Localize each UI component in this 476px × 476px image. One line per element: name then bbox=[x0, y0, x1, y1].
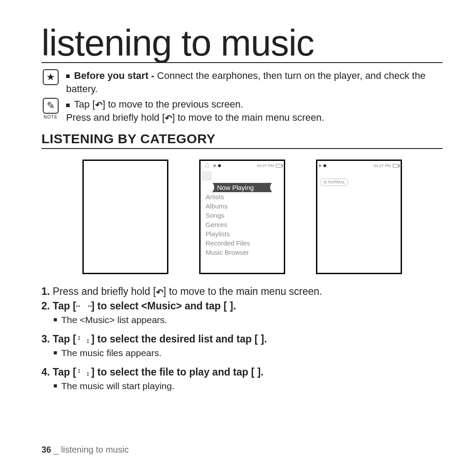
step-1: 1. Press and briefly hold [↶] to move to… bbox=[41, 286, 443, 298]
playback-mode-badge: NORMAL bbox=[320, 178, 349, 186]
menu-item-songs: Songs bbox=[203, 211, 281, 220]
music-menu-list: Now Playing Artists Albums Songs Genres … bbox=[201, 183, 284, 257]
device-screens-row: ♫ 04:27 PM Now Playing Artists Albums So… bbox=[41, 160, 443, 274]
menu-item-playlists: Playlists bbox=[203, 229, 281, 238]
play-icon bbox=[319, 164, 322, 167]
back-arrow-icon: ↶ bbox=[156, 287, 164, 298]
status-time: 04:27 PM bbox=[374, 164, 391, 168]
back-arrow-icon: ↶ bbox=[165, 112, 172, 124]
device-screen-main-menu bbox=[82, 160, 168, 274]
step-4-sub: The music will start playing. bbox=[54, 381, 443, 391]
back-arrow-icon: ↶ bbox=[95, 99, 103, 111]
left-right-icon bbox=[76, 303, 91, 309]
repeat-icon bbox=[323, 180, 327, 185]
music-note-icon: ♫ bbox=[202, 161, 212, 171]
battery-icon bbox=[393, 164, 399, 167]
menu-item-music-browser: Music Browser bbox=[203, 248, 281, 257]
menu-item-recorded-files: Recorded Files bbox=[203, 238, 281, 248]
pencil-icon: ✎ bbox=[43, 98, 59, 114]
before-you-start-text: Before you start - Connect the earphones… bbox=[66, 69, 443, 95]
section-heading: LISTENING BY CATEGORY bbox=[41, 131, 443, 149]
step-2: 2. Tap [] to select <Music> and tap [ ]. bbox=[41, 300, 443, 312]
battery-icon bbox=[276, 164, 282, 167]
star-icon: ★ bbox=[43, 69, 59, 85]
menu-item-albums: Albums bbox=[203, 201, 281, 211]
step-3: 3. Tap [] to select the desired list and… bbox=[41, 333, 443, 345]
note-label: NOTE bbox=[44, 115, 58, 119]
menu-item-artists: Artists bbox=[203, 192, 281, 201]
page-title: listening to music bbox=[41, 25, 443, 63]
status-dot-icon bbox=[218, 164, 221, 167]
up-down-icon bbox=[76, 369, 91, 376]
album-thumb bbox=[202, 171, 211, 180]
step-4: 4. Tap [] to select the file to play and… bbox=[41, 366, 443, 378]
intro-block: ★ Before you start - Connect the earphon… bbox=[41, 69, 443, 124]
instruction-steps: 1. Press and briefly hold [↶] to move to… bbox=[41, 286, 443, 391]
device-screen-now-playing: 04:27 PM NORMAL bbox=[316, 160, 402, 274]
device-screen-music-list: ♫ 04:27 PM Now Playing Artists Albums So… bbox=[199, 160, 285, 274]
menu-item-genres: Genres bbox=[203, 220, 281, 229]
status-time: 04:27 PM bbox=[257, 164, 274, 168]
step-3-sub: The music files appears. bbox=[54, 348, 443, 358]
step-2-sub: The <Music> list appears. bbox=[54, 315, 443, 325]
status-dot-icon bbox=[324, 164, 326, 167]
note-text: Tap [↶] to move to the previous screen. … bbox=[66, 98, 324, 124]
play-icon bbox=[214, 164, 216, 167]
menu-item-now-playing: Now Playing bbox=[203, 183, 281, 192]
page-footer: 36 _ listening to music bbox=[41, 445, 129, 455]
up-down-icon bbox=[76, 336, 91, 342]
